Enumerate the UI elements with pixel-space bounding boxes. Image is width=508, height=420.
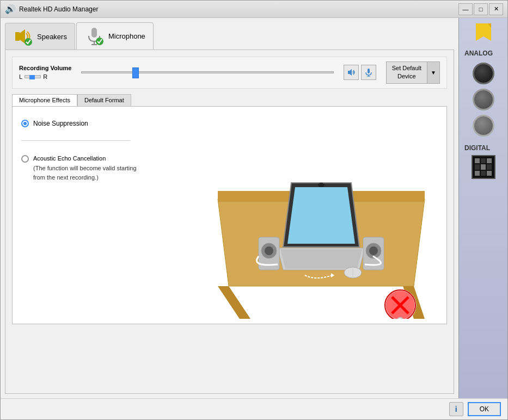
left-channel-label: L [19, 73, 22, 80]
content-area: Speakers Microphone [1, 18, 507, 398]
svg-marker-15 [280, 249, 362, 269]
svg-rect-3 [91, 28, 97, 38]
svg-marker-12 [218, 286, 250, 319]
echo-cancellation-section: Acoustic Echo Cancellation (The function… [21, 154, 141, 182]
volume-label: Recording Volume L R [19, 65, 71, 80]
close-button[interactable]: ✕ [489, 3, 503, 15]
analog-ports [473, 63, 494, 137]
volume-slider-container [81, 67, 333, 78]
main-window: 🔊 Realtek HD Audio Manager — □ ✕ [0, 0, 508, 420]
tab-microphone-effects[interactable]: Microphone Effects [12, 94, 77, 106]
noise-suppression-row: Noise Suppression [21, 120, 141, 127]
svg-point-18 [318, 183, 325, 187]
echo-cancellation-row: Acoustic Echo Cancellation (The function… [21, 154, 141, 182]
svg-rect-7 [368, 69, 370, 73]
effects-tabs: Microphone Effects Default Format [12, 94, 447, 107]
desk-svg [207, 112, 436, 319]
microphone-tab-icon [84, 26, 104, 46]
tab-speakers[interactable]: Speakers [5, 23, 75, 50]
window-title: Realtek HD Audio Manager [19, 5, 458, 13]
digital-cell-4 [475, 164, 480, 169]
mute-button[interactable] [344, 65, 359, 80]
effects-left-panel: Noise Suppression Acoustic Echo Cancella [21, 115, 141, 315]
svg-point-24 [369, 246, 378, 255]
svg-rect-0 [15, 32, 20, 41]
inner-panel: Recording Volume L R [5, 50, 454, 394]
right-sidebar: ANALOG DIGITAL [458, 18, 507, 398]
digital-port[interactable] [472, 155, 495, 179]
digital-section-label: DIGITAL [461, 144, 490, 152]
balance-left [25, 75, 41, 78]
svg-point-21 [265, 246, 273, 255]
info-button[interactable]: i [449, 402, 463, 416]
mute-icon [347, 68, 356, 77]
volume-icon-buttons [344, 65, 376, 80]
noise-suppression-radio[interactable] [21, 120, 29, 127]
speakers-tab-icon [13, 27, 33, 46]
tab-default-format[interactable]: Default Format [77, 94, 131, 106]
effects-content-panel: Noise Suppression Acoustic Echo Cancella [12, 107, 447, 324]
volume-section: Recording Volume L R [12, 57, 447, 89]
set-default-button[interactable]: Set Default Device ▼ [386, 61, 440, 84]
main-panel: Speakers Microphone [1, 18, 458, 398]
set-default-label: Set Default Device [386, 61, 427, 84]
balance-thumb[interactable] [29, 75, 35, 79]
svg-marker-17 [287, 187, 355, 244]
tabs-bar: Speakers Microphone [1, 18, 458, 50]
set-default-dropdown[interactable]: ▼ [427, 61, 440, 84]
digital-cell-9 [487, 171, 492, 176]
effects-tabs-container: Microphone Effects Default Format Noise … [12, 94, 447, 324]
digital-cell-7 [475, 171, 480, 176]
mic-small-icon [364, 68, 373, 77]
title-bar: 🔊 Realtek HD Audio Manager — □ ✕ [1, 1, 507, 18]
bottom-bar: i OK [1, 398, 507, 419]
digital-cell-2 [481, 158, 486, 163]
digital-cell-8 [481, 171, 486, 176]
analog-port-2[interactable] [473, 89, 494, 110]
bookmark-icon-svg [474, 22, 493, 42]
recording-volume-label: Recording Volume [19, 65, 71, 71]
svg-marker-33 [476, 23, 491, 41]
minimize-button[interactable]: — [458, 3, 473, 15]
digital-cell-3 [487, 158, 492, 163]
digital-cell-5 [481, 164, 486, 169]
volume-slider-track [81, 71, 333, 73]
echo-cancellation-radio[interactable] [21, 155, 29, 163]
analog-section-label: ANALOG [461, 50, 493, 57]
tab-microphone[interactable]: Microphone [76, 22, 154, 50]
echo-cancellation-note: (The function will become valid starting… [33, 164, 141, 182]
volume-slider-thumb[interactable] [132, 67, 139, 78]
noise-suppression-label: Noise Suppression [33, 120, 88, 127]
digital-cell-1 [475, 158, 480, 163]
analog-port-3[interactable] [473, 115, 494, 137]
divider [21, 140, 130, 141]
ok-button[interactable]: OK [468, 402, 501, 416]
analog-port-1[interactable] [473, 63, 494, 84]
desk-illustration [207, 112, 436, 319]
echo-text-container: Acoustic Echo Cancellation (The function… [33, 154, 141, 182]
maximize-button[interactable]: □ [474, 3, 488, 15]
app-icon: 🔊 [5, 4, 16, 15]
right-channel-label: R [43, 73, 47, 80]
tab-speakers-label: Speakers [37, 33, 67, 41]
echo-cancellation-label: Acoustic Echo Cancellation [33, 154, 141, 163]
svg-marker-1 [20, 29, 25, 44]
window-controls: — □ ✕ [458, 3, 503, 15]
tab-microphone-label: Microphone [108, 32, 145, 40]
mic-effect-button[interactable] [361, 65, 376, 80]
note-icon [474, 22, 493, 42]
digital-cell-6 [487, 164, 492, 169]
